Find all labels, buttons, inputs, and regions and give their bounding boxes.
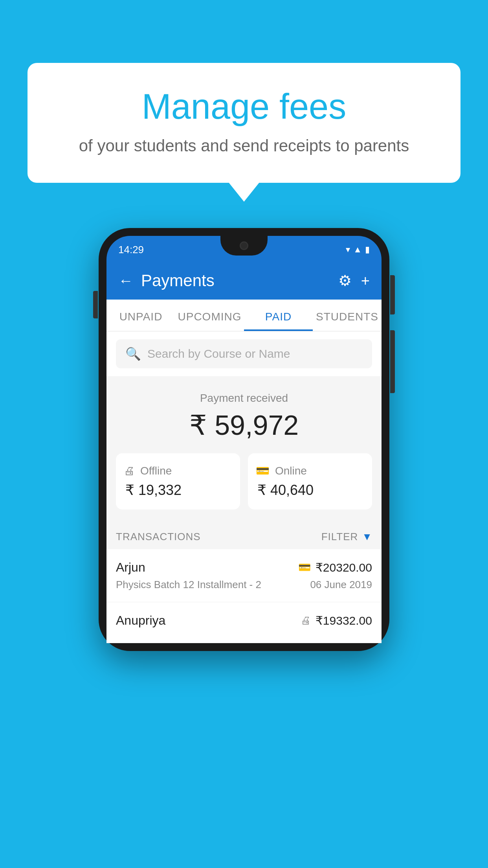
transaction-name: Arjun bbox=[116, 560, 145, 575]
transactions-header: TRANSACTIONS FILTER ▼ bbox=[106, 521, 382, 549]
phone-volume-button bbox=[93, 291, 98, 318]
online-icon: 💳 bbox=[256, 464, 270, 477]
signal-icon: ▲ bbox=[353, 245, 362, 255]
tab-upcoming[interactable]: UPCOMING bbox=[175, 300, 244, 331]
add-button[interactable]: + bbox=[361, 272, 370, 289]
phone-device: 14:29 ▾ ▲ ▮ ← Payments ⚙ + UNPAI bbox=[99, 228, 389, 651]
phone-side-button-bottom bbox=[390, 330, 395, 393]
transaction-row-bottom: Physics Batch 12 Installment - 2 06 June… bbox=[116, 579, 372, 591]
transaction-amount-container: 💳 ₹20320.00 bbox=[298, 561, 372, 574]
payment-received-label: Payment received bbox=[116, 392, 372, 405]
transaction-amount: ₹20320.00 bbox=[316, 561, 372, 574]
transaction-date: 06 June 2019 bbox=[310, 579, 372, 591]
transaction-row-top: Arjun 💳 ₹20320.00 bbox=[116, 560, 372, 575]
app-header: ← Payments ⚙ + bbox=[106, 263, 382, 300]
battery-icon: ▮ bbox=[365, 245, 370, 255]
transaction-row-top: Anupriya 🖨 ₹19332.00 bbox=[116, 613, 372, 628]
table-row[interactable]: Arjun 💳 ₹20320.00 Physics Batch 12 Insta… bbox=[106, 549, 382, 602]
status-icons: ▾ ▲ ▮ bbox=[346, 245, 370, 255]
transaction-name: Anupriya bbox=[116, 613, 165, 628]
offline-card-header: 🖨 Offline bbox=[124, 464, 232, 477]
filter-container[interactable]: FILTER ▼ bbox=[321, 531, 372, 543]
filter-icon: ▼ bbox=[362, 531, 372, 543]
payment-cards: 🖨 Offline ₹ 19,332 💳 Online ₹ 40,640 bbox=[116, 453, 372, 509]
filter-label: FILTER bbox=[321, 531, 358, 543]
tabs-container: UNPAID UPCOMING PAID STUDENTS bbox=[106, 300, 382, 331]
phone-notch bbox=[220, 236, 268, 256]
offline-label: Offline bbox=[140, 465, 172, 477]
speech-bubble-subtext: of your students and send receipts to pa… bbox=[59, 136, 429, 155]
online-payment-card: 💳 Online ₹ 40,640 bbox=[248, 453, 372, 509]
header-left: ← Payments bbox=[118, 271, 215, 290]
speech-bubble: Manage fees of your students and send re… bbox=[28, 63, 460, 183]
transaction-amount-container: 🖨 ₹19332.00 bbox=[301, 614, 372, 627]
tab-students[interactable]: STUDENTS bbox=[313, 300, 382, 331]
table-row[interactable]: Anupriya 🖨 ₹19332.00 bbox=[106, 602, 382, 643]
settings-button[interactable]: ⚙ bbox=[338, 272, 352, 289]
search-input[interactable]: Search by Course or Name bbox=[147, 347, 290, 360]
online-card-header: 💳 Online bbox=[256, 464, 364, 477]
transactions-label: TRANSACTIONS bbox=[116, 531, 201, 543]
phone-frame: 14:29 ▾ ▲ ▮ ← Payments ⚙ + UNPAI bbox=[99, 228, 389, 651]
online-label: Online bbox=[275, 465, 307, 477]
offline-icon: 🖨 bbox=[124, 464, 135, 477]
status-bar: 14:29 ▾ ▲ ▮ bbox=[106, 236, 382, 263]
tab-paid[interactable]: PAID bbox=[244, 300, 313, 331]
search-icon: 🔍 bbox=[125, 346, 141, 361]
status-time: 14:29 bbox=[118, 244, 144, 256]
transaction-type-icon: 💳 bbox=[298, 561, 311, 574]
wifi-icon: ▾ bbox=[346, 245, 350, 255]
online-amount: ₹ 40,640 bbox=[256, 482, 364, 498]
transaction-course: Physics Batch 12 Installment - 2 bbox=[116, 579, 261, 591]
transaction-amount: ₹19332.00 bbox=[316, 614, 372, 627]
header-right: ⚙ + bbox=[338, 272, 370, 289]
payment-summary: Payment received ₹ 59,972 🖨 Offline ₹ 19… bbox=[106, 376, 382, 521]
page-title: Payments bbox=[141, 271, 215, 290]
screen-content: 🔍 Search by Course or Name Payment recei… bbox=[106, 331, 382, 643]
search-bar[interactable]: 🔍 Search by Course or Name bbox=[116, 339, 372, 368]
payment-total-amount: ₹ 59,972 bbox=[116, 409, 372, 441]
back-button[interactable]: ← bbox=[118, 272, 133, 289]
camera bbox=[240, 241, 248, 250]
offline-amount: ₹ 19,332 bbox=[124, 482, 232, 498]
offline-payment-card: 🖨 Offline ₹ 19,332 bbox=[116, 453, 240, 509]
phone-power-button bbox=[390, 275, 395, 314]
speech-bubble-wrapper: Manage fees of your students and send re… bbox=[28, 63, 460, 183]
search-container: 🔍 Search by Course or Name bbox=[106, 331, 382, 376]
tab-unpaid[interactable]: UNPAID bbox=[106, 300, 175, 331]
speech-bubble-headline: Manage fees bbox=[59, 86, 429, 127]
transaction-type-icon: 🖨 bbox=[301, 614, 311, 627]
